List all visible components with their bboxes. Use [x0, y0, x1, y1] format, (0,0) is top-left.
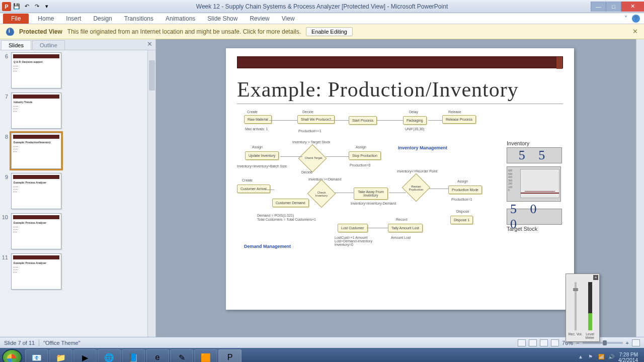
taskbar-clock[interactable]: 7:28 PM 4/2/2014 — [618, 352, 638, 362]
taskbar-app-outlook[interactable]: 📧 — [25, 349, 48, 362]
rec-volume-slider[interactable] — [575, 282, 577, 330]
tray-flag-icon[interactable]: ⚑ — [588, 354, 595, 361]
thumb-number: 7 — [0, 93, 11, 129]
flow-box-shall: Shall We Produce? — [297, 115, 335, 124]
taskbar-app-office[interactable]: 🟧 — [194, 349, 217, 362]
flow-label: Demand = POIS(1.021) — [257, 214, 294, 217]
panel-tab-slides[interactable]: Slides — [1, 40, 31, 50]
slide-thumbnail[interactable]: Industry Trends ▪ ▪ ▪ ▪▪ ▪ ▪ ▪▪ ▪ ▪ — [11, 93, 61, 129]
ribbon-tab-home[interactable]: Home — [32, 14, 60, 24]
flow-connector — [367, 228, 388, 228]
fit-window-icon[interactable] — [632, 339, 640, 346]
taskbar-app-chrome[interactable]: 🌐 — [98, 349, 121, 362]
taskbar-app-ie[interactable]: e — [146, 349, 169, 362]
ribbon-minimize-icon[interactable]: ˅ — [622, 15, 630, 23]
ribbon-tab-view[interactable]: View — [276, 14, 301, 24]
ribbon-tab-transitions[interactable]: Transitions — [118, 14, 159, 24]
close-button[interactable]: ✕ — [621, 2, 644, 12]
tray-icon[interactable]: ▲ — [578, 354, 585, 361]
qat-dropdown-icon[interactable]: ▾ — [42, 2, 51, 11]
enable-editing-button[interactable]: Enable Editing — [306, 27, 353, 36]
thumb-number: 11 — [0, 253, 11, 290]
flow-box-dispose: Dispose 1 — [450, 216, 473, 224]
flow-box-updateinv: Update Inventory — [245, 151, 279, 160]
flow-decision-restart: Restart Production — [402, 173, 431, 202]
save-icon[interactable]: 💾 — [12, 2, 21, 11]
slide-thumbnail[interactable]: Example: Process Analyzer ▪ ▪ ▪ ▪▪ ▪ ▪ ▪… — [11, 173, 61, 209]
flow-label: Assign — [356, 145, 366, 149]
slide-thumbnail[interactable]: Q & R: Decision support ▪ ▪ ▪ ▪▪ ▪ ▪ ▪▪ … — [11, 52, 61, 88]
panel-close-icon[interactable]: ✕ — [144, 39, 155, 50]
redo-icon[interactable]: ↷ — [32, 2, 41, 11]
flow-label: Production=0 — [350, 163, 370, 167]
ribbon-tabs: File Home Insert Design Transitions Anim… — [0, 13, 644, 24]
normal-view-icon[interactable] — [518, 339, 526, 346]
thumb-number: 9 — [0, 173, 11, 209]
flow-label: Assign — [457, 179, 468, 183]
flow-label: Record — [396, 218, 408, 221]
flow-label: Inventory<=Reorder Point — [397, 169, 437, 173]
inventory-value: 5 5 — [507, 147, 562, 163]
mixer-close-icon[interactable]: × — [593, 275, 598, 280]
flow-label: Decide — [302, 110, 313, 114]
inventory-label: Inventory — [507, 140, 562, 146]
start-button[interactable] — [2, 349, 22, 362]
reading-view-icon[interactable] — [540, 339, 548, 346]
zoom-in-icon[interactable]: + — [626, 340, 629, 346]
slideview-scrollbar[interactable] — [636, 39, 644, 337]
inventory-panel: Inventory 5 5 6005004003002001000 5 0 0 … — [507, 140, 562, 233]
slide-thumbnail[interactable]: Example: Process Analyzer ▪ ▪ ▪ ▪▪ ▪ ▪ ▪… — [11, 253, 61, 290]
recording-mixer-overlay[interactable]: × Rec. Vol. Level Meter — [566, 274, 600, 342]
flow-label: Delay — [409, 110, 418, 114]
taskbar-app-notepad[interactable]: ✎ — [170, 349, 193, 362]
flow-box-custdemand: Customer Demand — [272, 199, 309, 207]
tray-volume-icon[interactable]: 🔊 — [608, 354, 615, 361]
flow-connector — [428, 120, 442, 121]
slide-thumbnail[interactable]: Example: Process Analyzer ▪ ▪ ▪ ▪▪ ▪ ▪ ▪… — [11, 213, 61, 249]
taskbar-app-powerpoint[interactable]: P — [218, 349, 242, 362]
help-icon[interactable]: ? — [632, 15, 640, 23]
windows-taskbar: 📧 📁 ▶ 🌐 📘 e ✎ 🟧 P ▲ ⚑ 📶 🔊 7:28 PM 4/2/20… — [0, 348, 644, 362]
status-bar: Slide 7 of 11 "Office Theme" 76% − + — [0, 337, 644, 348]
slide-divider — [237, 104, 563, 104]
panel-tab-outline[interactable]: Outline — [32, 40, 65, 50]
zoom-slider[interactable] — [583, 342, 623, 344]
flow-box-stopprod: Stop Production — [349, 151, 381, 160]
flow-label: Assign — [252, 145, 263, 149]
ribbon-tab-review[interactable]: Review — [244, 14, 275, 24]
undo-icon[interactable]: ↶ — [22, 2, 31, 11]
flow-label: Amount Lost — [391, 236, 411, 239]
slide-header-bar — [237, 56, 563, 68]
minimize-button[interactable]: — — [591, 2, 606, 12]
slideshow-view-icon[interactable] — [551, 339, 559, 346]
flow-connector — [335, 193, 354, 193]
level-meter — [588, 282, 592, 330]
mixer-rec-label: Rec. Vol. — [568, 332, 583, 339]
taskbar-app-media[interactable]: ▶ — [73, 349, 97, 362]
slide-panel: Slides Outline ✕ 6 Q & R: Decision suppo… — [0, 39, 156, 337]
thumbnail-scrollbar[interactable] — [147, 50, 155, 337]
protected-close-icon[interactable]: ✕ — [632, 28, 638, 35]
slide-counter: Slide 7 of 11 — [4, 340, 35, 346]
ribbon-tab-animations[interactable]: Animations — [159, 14, 201, 24]
ribbon-tab-insert[interactable]: Insert — [60, 14, 87, 24]
thumb-number: 6 — [0, 52, 11, 88]
sorter-view-icon[interactable] — [529, 339, 537, 346]
ribbon-tab-design[interactable]: Design — [87, 14, 118, 24]
taskbar-app-word[interactable]: 📘 — [122, 349, 145, 362]
flow-box-tally: Tally Amount Lost — [388, 224, 423, 232]
file-tab[interactable]: File — [3, 14, 29, 24]
thumb-number: 10 — [0, 213, 11, 249]
taskbar-app-explorer[interactable]: 📁 — [49, 349, 72, 362]
flow-label: Inventory=Inventory-Demand — [351, 202, 396, 205]
flow-label: Release — [448, 110, 461, 114]
maximize-button[interactable]: □ — [606, 2, 621, 12]
system-tray: ▲ ⚑ 📶 🔊 7:28 PM 4/2/2014 — [578, 352, 642, 362]
flowchart: Create Raw Material Max arrivals: 1 Deci… — [237, 109, 563, 285]
protected-view-message[interactable]: This file originated from an Internet lo… — [67, 28, 301, 35]
powerpoint-logo-icon: P — [2, 2, 11, 11]
inventory-chart: 6005004003002001000 — [507, 166, 561, 202]
tray-network-icon[interactable]: 📶 — [598, 354, 605, 361]
ribbon-tab-slideshow[interactable]: Slide Show — [201, 14, 244, 24]
slide-thumbnail[interactable]: Example: Production/Inventory ▪ ▪ ▪ ▪▪ ▪… — [11, 133, 61, 169]
